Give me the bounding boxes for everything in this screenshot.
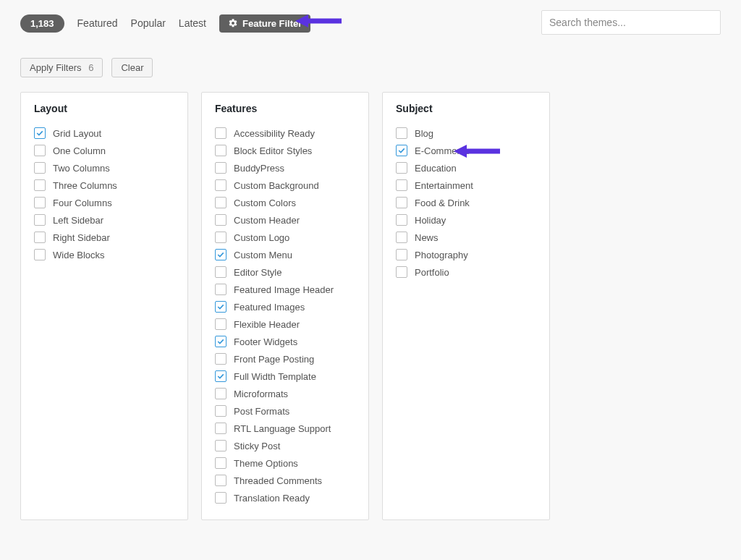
filter-option-label: Sticky Post: [234, 441, 280, 451]
filter-option[interactable]: Theme Options: [215, 454, 355, 472]
filter-actions-bar: Apply Filters 6 Clear: [20, 58, 721, 77]
checkbox-icon[interactable]: [34, 145, 46, 156]
filter-option-label: News: [415, 232, 439, 243]
filter-option[interactable]: Translation Ready: [215, 489, 355, 506]
checkbox-icon[interactable]: [396, 162, 407, 174]
filter-option[interactable]: Four Columns: [34, 194, 174, 211]
filter-option[interactable]: Editor Style: [215, 263, 355, 281]
checkbox-icon[interactable]: [34, 214, 46, 226]
filter-option[interactable]: Featured Images: [215, 298, 355, 315]
checkbox-icon[interactable]: [215, 162, 226, 174]
filter-option[interactable]: Flexible Header: [215, 315, 355, 333]
checkbox-icon[interactable]: [396, 197, 407, 208]
filter-option[interactable]: Custom Colors: [215, 194, 355, 211]
checkbox-icon[interactable]: [396, 249, 407, 260]
filter-option[interactable]: Threaded Comments: [215, 472, 355, 489]
checkbox-icon[interactable]: [215, 214, 226, 226]
apply-filters-button[interactable]: Apply Filters 6: [20, 58, 103, 77]
checkbox-icon[interactable]: [34, 249, 46, 260]
filter-option[interactable]: News: [396, 229, 536, 246]
checkbox-icon[interactable]: [215, 266, 226, 278]
filter-option[interactable]: Right Sidebar: [34, 229, 174, 246]
checkbox-icon[interactable]: [396, 232, 407, 243]
checkbox-icon[interactable]: [215, 127, 226, 139]
filter-option[interactable]: Grid Layout: [34, 124, 174, 142]
tab-featured[interactable]: Featured: [77, 17, 118, 29]
filter-option[interactable]: Education: [396, 159, 536, 177]
checkbox-icon[interactable]: [34, 179, 46, 191]
theme-count-pill: 1,183: [20, 14, 64, 33]
checkbox-icon[interactable]: [215, 423, 226, 434]
checkbox-icon[interactable]: [215, 197, 226, 208]
filter-option[interactable]: Three Columns: [34, 177, 174, 194]
apply-filters-count: 6: [88, 62, 93, 73]
checkbox-icon[interactable]: [34, 127, 46, 139]
checkbox-icon[interactable]: [215, 301, 226, 313]
filter-option[interactable]: Full Width Template: [215, 368, 355, 385]
checkbox-icon[interactable]: [215, 232, 226, 243]
filter-option[interactable]: Custom Background: [215, 177, 355, 194]
checkbox-icon[interactable]: [215, 475, 226, 486]
filter-option-label: Blog: [415, 128, 433, 139]
filter-option[interactable]: BuddyPress: [215, 159, 355, 177]
clear-filters-button[interactable]: Clear: [111, 58, 153, 77]
checkbox-icon[interactable]: [396, 179, 407, 191]
filter-option[interactable]: Custom Menu: [215, 246, 355, 263]
checkbox-icon[interactable]: [34, 197, 46, 208]
filter-option[interactable]: Front Page Posting: [215, 350, 355, 368]
checkbox-icon[interactable]: [215, 405, 226, 417]
svg-marker-1: [295, 14, 308, 27]
checkbox-icon[interactable]: [215, 440, 226, 451]
checkbox-icon[interactable]: [215, 492, 226, 504]
checkbox-icon[interactable]: [34, 162, 46, 174]
checkbox-icon[interactable]: [215, 249, 226, 260]
checkbox-icon[interactable]: [396, 214, 407, 226]
checkbox-icon[interactable]: [396, 127, 407, 139]
checkbox-icon[interactable]: [215, 370, 226, 382]
checkbox-icon[interactable]: [396, 145, 407, 156]
filter-option[interactable]: RTL Language Support: [215, 420, 355, 437]
filter-option-label: Featured Image Header: [234, 284, 334, 295]
checkbox-icon[interactable]: [215, 318, 226, 330]
filter-option[interactable]: Sticky Post: [215, 437, 355, 454]
checkbox-icon[interactable]: [396, 266, 407, 278]
filter-option[interactable]: Custom Header: [215, 211, 355, 229]
filter-option[interactable]: Entertainment: [396, 177, 536, 194]
filter-option-label: Flexible Header: [234, 319, 300, 330]
checkbox-icon[interactable]: [215, 179, 226, 191]
filter-option-label: Entertainment: [415, 180, 473, 191]
filter-option[interactable]: One Column: [34, 142, 174, 159]
checkbox-icon[interactable]: [215, 353, 226, 365]
panel-title-features: Features: [215, 103, 355, 114]
filter-option[interactable]: Portfolio: [396, 263, 536, 281]
search-themes-input[interactable]: [541, 10, 721, 35]
filter-option[interactable]: Block Editor Styles: [215, 142, 355, 159]
filter-option[interactable]: Footer Widgets: [215, 333, 355, 350]
filter-option[interactable]: Left Sidebar: [34, 211, 174, 229]
tab-popular[interactable]: Popular: [131, 17, 166, 29]
filter-option-label: Editor Style: [234, 267, 281, 278]
apply-filters-label: Apply Filters: [30, 62, 82, 73]
filter-option[interactable]: Photography: [396, 246, 536, 263]
gear-icon: [228, 18, 238, 28]
filter-option[interactable]: Wide Blocks: [34, 246, 174, 263]
tab-latest[interactable]: Latest: [179, 17, 206, 29]
filter-option[interactable]: Microformats: [215, 385, 355, 402]
filter-option-label: Block Editor Styles: [234, 145, 312, 156]
svg-marker-3: [454, 145, 467, 158]
filter-option-label: BuddyPress: [234, 163, 284, 174]
checkbox-icon[interactable]: [215, 388, 226, 399]
checkbox-icon[interactable]: [215, 284, 226, 295]
checkbox-icon[interactable]: [215, 336, 226, 347]
filter-option[interactable]: Accessibility Ready: [215, 124, 355, 142]
filter-option[interactable]: Custom Logo: [215, 229, 355, 246]
filter-option[interactable]: Two Columns: [34, 159, 174, 177]
filter-option[interactable]: Featured Image Header: [215, 281, 355, 298]
filter-option[interactable]: Food & Drink: [396, 194, 536, 211]
checkbox-icon[interactable]: [215, 145, 226, 156]
filter-option[interactable]: Post Formats: [215, 402, 355, 420]
filter-option[interactable]: Holiday: [396, 211, 536, 229]
checkbox-icon[interactable]: [34, 232, 46, 243]
checkbox-icon[interactable]: [215, 457, 226, 469]
filter-option[interactable]: Blog: [396, 124, 536, 142]
